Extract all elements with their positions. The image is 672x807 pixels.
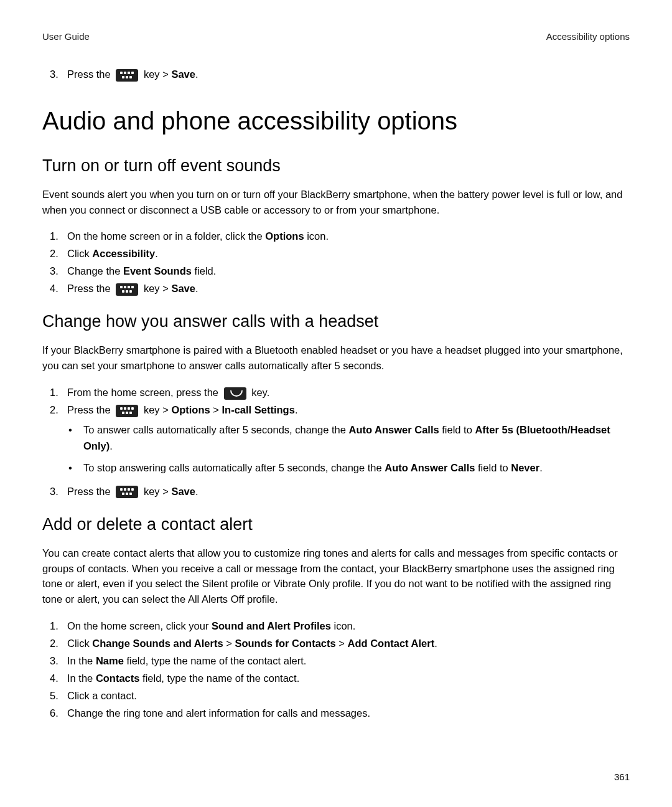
section-title-headset: Change how you answer calls with a heads… bbox=[42, 312, 630, 331]
menu-key-icon bbox=[116, 486, 138, 498]
header-left: User Guide bbox=[42, 31, 90, 42]
menu-key-icon bbox=[116, 405, 138, 417]
page-number: 361 bbox=[614, 772, 630, 782]
list-item: Click Accessibility. bbox=[50, 245, 630, 262]
list-item: Press the key > Options > In-call Settin… bbox=[50, 401, 630, 483]
list-item: Click Change Sounds and Alerts > Sounds … bbox=[50, 635, 630, 652]
list-item: To stop answering calls automatically af… bbox=[67, 460, 630, 476]
page-header: User Guide Accessibility options bbox=[42, 31, 630, 42]
steps-headset: From the home screen, press the key. Pre… bbox=[50, 384, 630, 500]
menu-key-icon bbox=[116, 283, 138, 296]
sub-bullets: To answer calls automatically after 5 se… bbox=[67, 422, 630, 476]
menu-key-icon bbox=[116, 69, 138, 82]
section-para-headset: If your BlackBerry smartphone is paired … bbox=[42, 342, 630, 374]
section-para-contact-alert: You can create contact alerts that allow… bbox=[42, 545, 630, 607]
list-item: Change the ring tone and alert informati… bbox=[50, 704, 630, 722]
steps-event-sounds: On the home screen or in a folder, click… bbox=[50, 227, 630, 297]
page-title: Audio and phone accessibility options bbox=[42, 107, 630, 135]
step-text: Press the key > Save. bbox=[67, 67, 198, 82]
previous-section-step-3: 3. Press the key > Save. bbox=[50, 67, 630, 82]
list-item: On the home screen, click your Sound and… bbox=[50, 617, 630, 635]
list-item: Click a contact. bbox=[50, 687, 630, 704]
list-item: In the Name field, type the name of the … bbox=[50, 652, 630, 669]
list-item: Change the Event Sounds field. bbox=[50, 262, 630, 280]
steps-contact-alert: On the home screen, click your Sound and… bbox=[50, 617, 630, 722]
header-right: Accessibility options bbox=[546, 31, 630, 42]
list-item: On the home screen or in a folder, click… bbox=[50, 227, 630, 245]
list-item: To answer calls automatically after 5 se… bbox=[67, 422, 630, 454]
list-item: From the home screen, press the key. bbox=[50, 384, 630, 401]
list-item: Press the key > Save. bbox=[50, 483, 630, 500]
phone-key-icon bbox=[224, 387, 246, 400]
section-para-event-sounds: Event sounds alert you when you turn on … bbox=[42, 187, 630, 218]
list-item: In the Contacts field, type the name of … bbox=[50, 669, 630, 687]
list-item: Press the key > Save. bbox=[50, 280, 630, 297]
section-title-contact-alert: Add or delete a contact alert bbox=[42, 515, 630, 534]
section-title-event-sounds: Turn on or turn off event sounds bbox=[42, 156, 630, 176]
step-number: 3. bbox=[50, 67, 67, 82]
